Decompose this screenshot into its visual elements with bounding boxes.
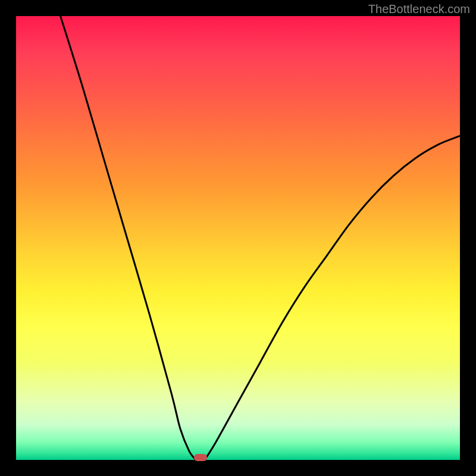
chart-plot-area [16, 16, 460, 460]
curve-layer [16, 16, 460, 460]
watermark-text: TheBottleneck.com [368, 2, 470, 16]
left-curve [61, 16, 196, 460]
optimal-point-marker [194, 454, 207, 461]
right-curve [205, 136, 460, 460]
